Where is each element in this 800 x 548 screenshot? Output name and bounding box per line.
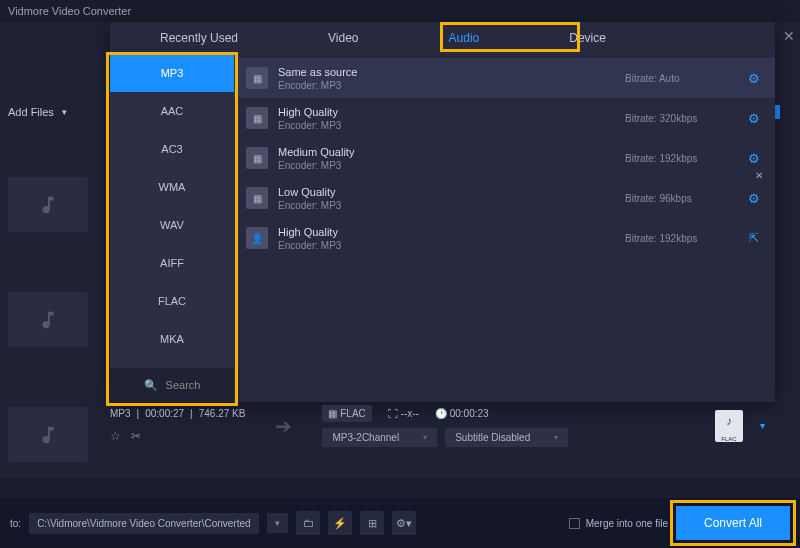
preset-icon: ▦ — [246, 67, 268, 89]
format-aac[interactable]: AAC — [110, 92, 234, 130]
app-title: Vidmore Video Converter — [8, 5, 131, 17]
format-aiff[interactable]: AIFF — [110, 244, 234, 282]
tab-video[interactable]: Video — [308, 23, 378, 53]
preset-medium-quality[interactable]: ▦ Medium Quality Encoder: MP3 Bitrate: 1… — [234, 138, 775, 178]
hw-accel-button[interactable]: ⚡ — [328, 511, 352, 535]
format-panel: Recently Used Video Audio Device ✕ MP3 A… — [110, 22, 775, 402]
preset-icon: 👤 — [246, 227, 268, 249]
add-files-button[interactable]: Add Files — [0, 102, 75, 122]
gear-icon[interactable]: ⚙ — [745, 71, 763, 86]
tab-recently-used[interactable]: Recently Used — [140, 23, 258, 53]
conversion-info-row: MP3| 00:00:27| 746.27 KB ☆ ✂ ➔ ▦ FLAC ⛶ … — [110, 398, 775, 453]
preset-icon: ▦ — [246, 107, 268, 129]
music-note-icon — [37, 194, 59, 216]
preset-high-quality-2[interactable]: 👤 High Quality Encoder: MP3 Bitrate: 192… — [234, 218, 775, 258]
subtitle-dropdown[interactable]: Subtitle Disabled — [445, 428, 568, 447]
target-format-label: ▦ FLAC — [322, 405, 371, 422]
file-thumb-3[interactable] — [8, 407, 88, 462]
format-search[interactable]: 🔍 Search — [110, 368, 234, 402]
gear-icon[interactable]: ⚙ — [745, 191, 763, 206]
close-panel-button[interactable]: ✕ — [783, 28, 795, 44]
preset-list: ▦ Same as source Encoder: MP3 Bitrate: A… — [234, 54, 775, 402]
star-icon[interactable]: ☆ — [110, 429, 121, 443]
open-folder-button[interactable]: 🗀 — [296, 511, 320, 535]
channel-dropdown[interactable]: MP3-2Channel — [322, 428, 437, 447]
title-bar: Vidmore Video Converter — [0, 0, 800, 22]
panel-body: MP3 AAC AC3 WMA WAV AIFF FLAC MKA 🔍 Sear… — [110, 54, 775, 402]
output-path-field[interactable]: C:\Vidmore\Vidmore Video Converter\Conve… — [29, 513, 259, 534]
file-thumb-2[interactable] — [8, 292, 88, 347]
file-thumb-1[interactable] — [8, 177, 88, 232]
search-icon: 🔍 — [144, 379, 158, 392]
save-to-label: to: — [10, 518, 21, 529]
format-flac[interactable]: FLAC — [110, 282, 234, 320]
target-info: ▦ FLAC ⛶ --x-- 🕐 00:00:23 MP3-2Channel S… — [322, 405, 568, 447]
gear-icon[interactable]: ⚙ — [745, 151, 763, 166]
preset-icon: ▦ — [246, 187, 268, 209]
preset-high-quality[interactable]: ▦ High Quality Encoder: MP3 Bitrate: 320… — [234, 98, 775, 138]
output-path-dropdown[interactable]: ▾ — [267, 513, 288, 533]
preset-icon: ▦ — [246, 147, 268, 169]
music-note-icon — [37, 309, 59, 331]
share-icon[interactable]: ⇱ — [745, 231, 763, 245]
merge-checkbox[interactable]: Merge into one file — [569, 518, 668, 529]
format-wav[interactable]: WAV — [110, 206, 234, 244]
preset-low-quality[interactable]: ▦ Low Quality Encoder: MP3 Bitrate: 96kb… — [234, 178, 775, 218]
settings-dropdown[interactable]: ⚙▾ — [392, 511, 416, 535]
format-wma[interactable]: WMA — [110, 168, 234, 206]
expand-icon[interactable]: ⛶ --x-- — [388, 408, 419, 419]
format-ac3[interactable]: AC3 — [110, 130, 234, 168]
output-format-badge[interactable]: FLAC — [715, 410, 743, 442]
checkbox-icon — [569, 518, 580, 529]
convert-all-button[interactable]: Convert All — [676, 506, 790, 540]
output-format-caret[interactable]: ▾ — [760, 420, 765, 431]
clock-icon: 🕐 00:00:23 — [435, 408, 489, 419]
format-tabs: Recently Used Video Audio Device ✕ — [110, 22, 775, 54]
footer-bar: to: C:\Vidmore\Vidmore Video Converter\C… — [0, 498, 800, 548]
format-sidebar: MP3 AAC AC3 WMA WAV AIFF FLAC MKA 🔍 Sear… — [110, 54, 234, 402]
highlight-audio-tab — [440, 22, 580, 52]
cut-icon[interactable]: ✂ — [131, 429, 141, 443]
format-mp3[interactable]: MP3 — [110, 54, 234, 92]
task-button[interactable]: ⊞ — [360, 511, 384, 535]
main-area: Add Files Recently Used Video Audio Devi… — [0, 22, 800, 548]
format-mka[interactable]: MKA — [110, 320, 234, 358]
remove-preset-button[interactable]: ✕ — [755, 170, 763, 181]
source-info: MP3| 00:00:27| 746.27 KB ☆ ✂ — [110, 408, 245, 443]
preset-same-as-source[interactable]: ▦ Same as source Encoder: MP3 Bitrate: A… — [234, 58, 775, 98]
arrow-icon: ➔ — [275, 414, 292, 438]
gear-icon[interactable]: ⚙ — [745, 111, 763, 126]
music-note-icon — [37, 424, 59, 446]
